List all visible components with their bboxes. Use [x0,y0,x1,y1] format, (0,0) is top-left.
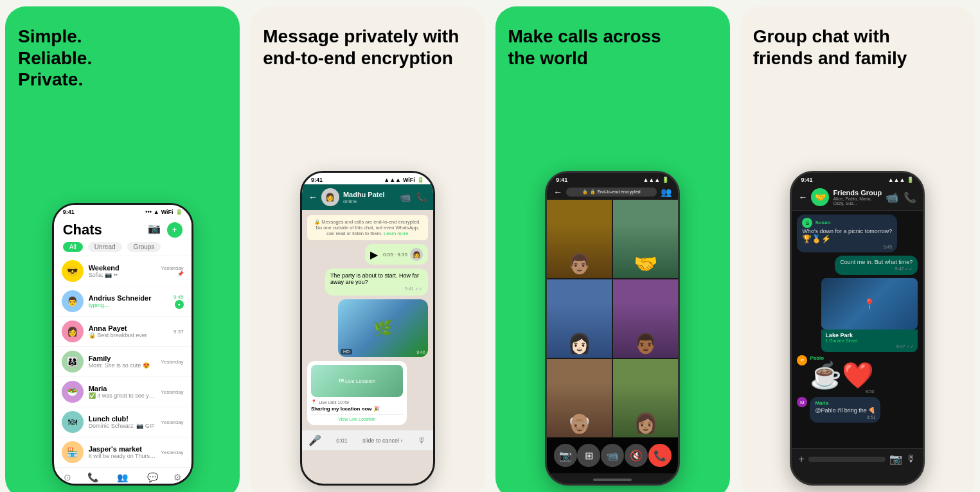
status-bar: 9:41 ▲▲▲ 🔋 [547,173,678,184]
list-item[interactable]: 🍽 Lunch club! Dominic Schwarz: 📷 GIF Yes… [54,407,192,437]
group-header-icons: 📹 📞 [886,191,916,204]
panel1-title: Simple. Reliable. Private. [18,26,227,91]
play-icon[interactable]: ▶ [370,249,378,261]
sender-avatar: M [797,397,807,407]
panel-message-privately: Message privately with end-to-end encryp… [250,6,485,492]
video-icon[interactable]: 📹 [886,191,898,204]
avatar: 👩 [62,321,84,342]
video-cell-6: 👩🏽 [613,359,678,437]
filter-unread[interactable]: Unread [88,242,122,252]
avatar: 👨‍👩‍👧 [62,351,84,373]
camera-icon[interactable]: 📷 [889,453,902,465]
chat-header: ← 👩 Madhu Patel online 📹 📞 [302,184,433,210]
avatar: 😎 [62,260,84,282]
list-item[interactable]: 👨‍👩‍👧 Family Mom: She is so cute 😍 Yeste… [54,347,192,377]
video-call-icon[interactable]: 📹 [400,192,411,202]
camera-icon[interactable]: 📷 [148,222,161,238]
status-icons: ••• ▲ WiFi 🔋 [145,209,182,215]
avatar: 🏪 [62,441,84,463]
status-bar: 9:41 ▲▲▲ WiFi 🔋 [302,173,433,184]
nav-chats[interactable]: 💬 Chats [147,472,158,486]
back-button[interactable]: ← [798,192,807,202]
maria-message: M Maria @Pablo I'll bring the 🍕 9:51 [797,397,918,423]
video-cell-3: 👩🏻 [547,279,612,358]
group-avatar: 🤝 [811,188,829,206]
view-location-button[interactable]: View Live Location [311,414,403,421]
nav-communities[interactable]: 👥 Communities [109,472,136,486]
chat-info: Weekend Sofia: 📷 •• [89,264,156,278]
avatar: 🍽 [62,411,84,433]
mic-icon-right: 🎙 [418,435,427,446]
sender-avatar: S [802,218,812,228]
group-chat-body: S Susan Who's down for a picnic tomorrow… [792,211,923,448]
calls-icon: 📞 [87,472,98,482]
list-item[interactable]: 😎 Weekend Sofia: 📷 •• Yesterday 📌 [54,256,192,286]
panel-group-chat: Group chat with friends and family 9:41 … [740,6,975,492]
status-bar: 9:41 ▲▲▲ 🔋 [792,173,923,184]
list-item[interactable]: 👨 Andrius Schneider typing... 9:45 ● [54,286,192,317]
chat-body: 🔒 Messages and calls are end-to-end encr… [302,210,433,430]
map-pin-icon: 📍 [863,298,876,310]
screen-share-button[interactable]: ⊞ [577,444,600,467]
chats-icon: 💬 [147,472,158,482]
video-grid: 👨🏽 🤝 👩🏻 👨🏾 👴🏽 👩🏽 [547,200,678,437]
phone-chats: 9:41 ••• ▲ WiFi 🔋 Chats 📷 + All Unread G… [52,203,193,486]
add-icon[interactable]: + [798,453,804,465]
group-chat-header: ← 🤝 Friends Group Alice, Pablo, Maria, O… [792,184,923,211]
chats-action-icons: 📷 + [148,222,183,238]
phone-icon[interactable]: 📞 [416,192,427,202]
sticker-message: P Pablo ☕❤️ 9:50 [797,355,918,394]
phone-encrypted-chat: 9:41 ▲▲▲ WiFi 🔋 ← 👩 Madhu Patel online 📹… [300,171,435,486]
participants-icon[interactable]: 👥 [661,187,672,197]
phone-video-call: 9:41 ▲▲▲ 🔋 ← 🔒 🔒 End-to-end encrypted 👥 … [545,171,680,486]
settings-icon: ⚙ [174,472,182,482]
nav-settings[interactable]: ⚙ Settings [170,472,186,486]
panel3-title: Make calls across the world [508,26,717,69]
message-input[interactable] [808,457,886,462]
phone-icon[interactable]: 📞 [904,191,916,204]
chats-header: Chats 📷 + All Unread Groups [54,216,192,256]
bottom-nav: ⊙ Updates 📞 Calls 👥 Communities 💬 Chats … [54,468,192,486]
avatar: 👨 [62,290,84,312]
status-bar: 9:41 ••• ▲ WiFi 🔋 [54,205,192,216]
voice-message[interactable]: ▶ 0:05 · 9:35 👩 [365,244,428,265]
end-call-button[interactable]: 📞 [648,444,672,467]
panel4-title: Group chat with friends and family [753,26,962,69]
new-chat-button[interactable]: + [167,222,183,238]
contact-info: Madhu Patel online [343,191,396,204]
list-item[interactable]: 👩 Anna Payet 🔒 Best breakfast ever 9:37 [54,317,192,347]
message-bubble: Count me in. But what time? 9:47 ✓✓ [835,256,918,275]
video-cell-1: 👨🏽 [547,200,612,278]
chat-info: Family Mom: She is so cute 😍 [89,355,156,369]
contact-avatar: 👩 [321,188,339,206]
mute-button[interactable]: 🔇 [625,444,648,467]
sticker: ☕❤️ [810,362,874,388]
group-info: Friends Group Alice, Pablo, Maria, Ozzy,… [833,189,882,206]
message-bubble: The party is about to start. How far awa… [325,268,428,295]
panel-simple-reliable: Simple. Reliable. Private. 9:41 ••• ▲ Wi… [5,6,240,492]
filter-all[interactable]: All [63,242,83,252]
message-bubble: S Susan Who's down for a picnic tomorrow… [797,215,897,252]
call-header: ← 🔒 🔒 End-to-end encrypted 👥 [547,184,678,200]
mic-icon[interactable]: 🎙 [906,453,916,465]
chat-info: Andrius Schneider typing... [89,294,168,308]
back-button[interactable]: ← [308,192,317,202]
video-cell-4: 👨🏾 [613,279,678,358]
sender-avatar: P [797,355,807,365]
video-toggle-button[interactable]: 📹 [601,444,624,467]
back-button[interactable]: ← [553,187,562,197]
filter-groups[interactable]: Groups [127,242,161,252]
voice-recording-bar: 🎤 0:01 slide to cancel ‹ 🎙 [302,430,433,450]
camera-button[interactable]: 📷 [554,444,577,467]
nav-updates[interactable]: ⊙ Updates [59,472,76,486]
home-indicator [547,473,678,486]
location-message: 🗺 Live Location 📍 Live until 10:49 Shari… [307,361,407,425]
communities-icon: 👥 [117,472,128,482]
mic-icon: 🎤 [308,434,321,446]
list-item[interactable]: 🏪 Jasper's market It will be ready on Th… [54,437,192,468]
list-item[interactable]: 🥗 Maria ✅ It was great to see you! Let's… [54,377,192,407]
hd-badge: HD [341,349,352,355]
nav-calls[interactable]: 📞 Calls [87,472,98,486]
location-icon: 📍 [311,400,317,405]
avatar-small: 👩 [410,248,423,261]
